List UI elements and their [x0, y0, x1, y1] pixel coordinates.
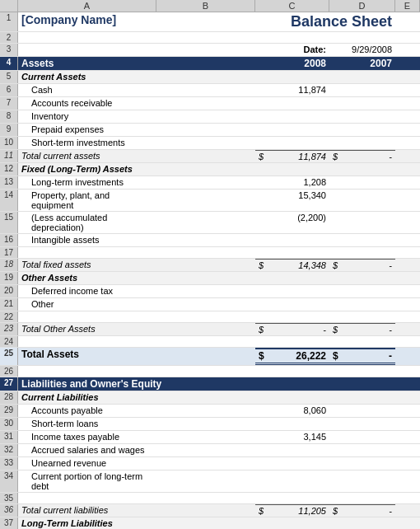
ppe-2007	[329, 190, 395, 211]
cell-22d	[255, 311, 329, 322]
cell-15f	[395, 212, 420, 233]
row-num-8: 8	[0, 110, 18, 123]
accum-depr-label: (Less accumulated depreciation)	[18, 212, 156, 233]
row-11: 11 Total current assets $11,874 $-	[0, 150, 420, 163]
cell-13f	[395, 176, 420, 189]
row-23: 23 Total Other Assets $- $-	[0, 323, 420, 336]
row-num-20: 20	[0, 285, 18, 297]
cell-9f	[395, 124, 420, 136]
cash-2008: 11,874	[255, 84, 329, 96]
cell-4c	[156, 57, 255, 70]
liabilities-label: Liabilities and Owner's Equity	[18, 377, 255, 391]
cell-3f	[395, 44, 420, 56]
row-num-31: 31	[0, 431, 18, 443]
cell-18f	[395, 259, 420, 271]
year-2008: 2008	[255, 57, 329, 70]
row-20: 20 Deferred income tax	[0, 285, 420, 298]
cell-15c	[156, 212, 255, 233]
row-num-36: 36	[0, 504, 18, 517]
cell-19d	[255, 272, 329, 284]
row-num-37: 37	[0, 517, 18, 529]
row-21: 21 Other	[0, 298, 420, 311]
year-2007: 2007	[329, 57, 395, 70]
cell-32f	[395, 444, 420, 456]
cell-35c	[156, 493, 255, 503]
cell-27d	[255, 377, 329, 391]
row-8: 8 Inventory	[0, 110, 420, 124]
short-invest-2008	[255, 137, 329, 149]
row-32: 32 Accrued salaries and wages	[0, 444, 420, 457]
col-header-e: D	[329, 0, 395, 12]
cell-24b	[18, 336, 156, 347]
row-num-4: 4	[0, 57, 18, 70]
current-assets-label: Current Assets	[18, 71, 156, 83]
cell-7f	[395, 97, 420, 110]
cell-26b	[18, 366, 156, 377]
row-7: 7 Accounts receivable	[0, 97, 420, 110]
st-loans-2007	[329, 418, 395, 430]
row-17: 17	[0, 247, 420, 259]
row-36: 36 Total current liabilities $11,205 $-	[0, 504, 420, 517]
row-num-27: 27	[0, 377, 18, 391]
row-num-13: 13	[0, 176, 18, 189]
cell-21f	[395, 298, 420, 311]
row-num-33: 33	[0, 457, 18, 470]
row-31: 31 Income taxes payable 3,145	[0, 431, 420, 444]
cell-10c	[156, 137, 255, 149]
row-num-35: 35	[0, 493, 18, 503]
deferred-tax-2008	[255, 285, 329, 297]
other-2007-21	[329, 298, 395, 311]
row-16: 16 Intangible assets	[0, 234, 420, 247]
ap-2008: 8,060	[255, 405, 329, 417]
total-other-2008: $-	[255, 323, 329, 335]
row-num-19: 19	[0, 272, 18, 284]
row-6: 6 Cash 11,874	[0, 84, 420, 97]
total-other-2007: $-	[329, 323, 395, 335]
deferred-tax-label: Deferred income tax	[18, 285, 156, 297]
accum-depr-2007	[329, 212, 395, 233]
row-29: 29 Accounts payable 8,060	[0, 405, 420, 418]
cell-22c	[156, 311, 255, 322]
cell-37f	[395, 517, 420, 529]
row-25-total-assets: 25 Total Assets $26,222 $-	[0, 348, 420, 366]
other-2008-21	[255, 298, 329, 311]
cell-28c	[156, 391, 255, 404]
cell-24d	[255, 336, 329, 347]
total-cl-label: Total current liabilities	[18, 504, 156, 517]
cell-8f	[395, 110, 420, 123]
total-current-assets-label: Total current assets	[18, 150, 156, 162]
cell-6f	[395, 84, 420, 96]
row-num-14: 14	[0, 190, 18, 211]
cell-29f	[395, 405, 420, 417]
row-12: 12 Fixed (Long-Term) Assets	[0, 163, 420, 176]
cell-32c	[156, 444, 255, 456]
cell-2d	[255, 32, 329, 43]
cell-29c	[156, 405, 255, 417]
cell-11f	[395, 150, 420, 162]
cell-7c	[156, 97, 255, 110]
unearned-2008	[255, 457, 329, 470]
accrued-sal-2007	[329, 444, 395, 456]
cell-5f	[395, 71, 420, 83]
cell-31c	[156, 431, 255, 443]
lt-invest-label: Long-term investments	[18, 176, 156, 189]
accum-depr-2008: (2,200)	[255, 212, 329, 233]
cell-34c	[156, 470, 255, 492]
cell-24f	[395, 336, 420, 347]
cell-13c	[156, 176, 255, 189]
row-num-21: 21	[0, 298, 18, 311]
cell-34f	[395, 470, 420, 492]
cell-14c	[156, 190, 255, 211]
row-num-1: 1	[0, 12, 18, 31]
col-header-f: E	[395, 0, 420, 12]
row-num-18: 18	[0, 259, 18, 271]
row-5: 5 Current Assets	[0, 71, 420, 84]
row-2: 2	[0, 32, 420, 44]
cell-11c	[156, 150, 255, 162]
cell-17e	[329, 247, 395, 258]
total-current-2008: $11,874	[255, 150, 329, 162]
cell-24e	[329, 336, 395, 347]
row-9: 9 Prepaid expenses	[0, 124, 420, 137]
cell-1c	[156, 12, 255, 31]
cell-33f	[395, 457, 420, 470]
